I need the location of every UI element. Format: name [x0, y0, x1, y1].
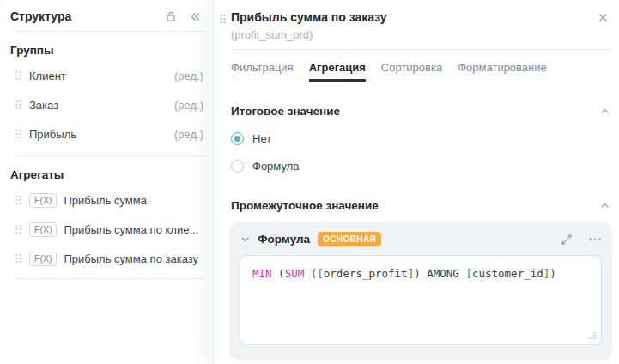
formula-card-header: Формула ОСНОВНАЯ	[240, 232, 602, 246]
aggregate-label: Прибыль сумма по клие...	[64, 223, 203, 236]
intermediate-value-section-header: Промежуточное значение	[231, 199, 610, 212]
formula-code: MIN (SUM ([orders_profit]) AMONG [custom…	[252, 267, 556, 280]
formula-badge: F(X)	[29, 252, 57, 266]
drag-handle-icon[interactable]	[15, 253, 21, 264]
formula-token: AMONG	[427, 267, 459, 280]
formula-badge: F(X)	[29, 193, 57, 208]
structure-panel-header: Структура	[0, 0, 213, 31]
formula-token: [	[317, 267, 324, 280]
formula-token: MIN	[252, 267, 272, 280]
drag-handle-icon[interactable]	[15, 195, 21, 205]
close-icon[interactable]	[598, 12, 609, 23]
aggregate-label: Прибыль сумма по заказу	[64, 252, 203, 265]
divider	[15, 31, 203, 32]
aggregates-list: F(X)Прибыль суммаF(X)Прибыль сумма по кл…	[0, 185, 213, 273]
aggregate-item[interactable]: F(X)Прибыль сумма по клие...	[0, 215, 213, 244]
total-value-heading: Итоговое значение	[231, 105, 340, 118]
radio-option[interactable]: Нет	[231, 132, 619, 145]
lock-icon[interactable]	[165, 10, 177, 22]
field-settings-panel: Прибыль сумма по заказу (profit_sum_ord)…	[213, 0, 619, 364]
group-label: Заказ	[29, 99, 167, 112]
formula-token: )	[549, 267, 556, 280]
expand-icon[interactable]	[561, 234, 573, 246]
panel-subtitle: (profit_sum_ord)	[231, 28, 588, 41]
radio-selected-icon[interactable]	[231, 132, 244, 145]
radio-label: Формула	[252, 160, 299, 173]
edit-link[interactable]: (ред.)	[174, 99, 203, 112]
group-item[interactable]: Клиент(ред.)	[0, 61, 213, 90]
panel-header: Прибыль сумма по заказу (profit_sum_ord)	[214, 0, 619, 49]
resize-grip-icon[interactable]	[587, 331, 597, 340]
drag-handle-icon[interactable]	[15, 70, 21, 81]
formula-card-title: Формула	[258, 233, 310, 246]
formula-token: )	[414, 267, 427, 280]
formula-token: (	[304, 267, 317, 280]
formula-token: SUM	[285, 267, 305, 280]
groups-list: Клиент(ред.)Заказ(ред.)Прибыль(ред.)	[0, 61, 213, 149]
formula-token: orders_profit	[324, 267, 408, 280]
chevron-down-icon[interactable]	[240, 234, 251, 245]
formula-badge: F(X)	[29, 222, 57, 237]
panel-title: Прибыль сумма по заказу	[231, 10, 588, 24]
aggregate-item[interactable]: F(X)Прибыль сумма	[0, 185, 213, 215]
intermediate-value-heading: Промежуточное значение	[231, 199, 379, 212]
drag-handle-icon[interactable]	[220, 14, 226, 24]
aggregates-heading: Агрегаты	[10, 168, 203, 181]
radio-unselected-icon[interactable]	[231, 160, 244, 173]
group-label: Клиент	[29, 70, 167, 82]
tab-inactive[interactable]: Форматирование	[458, 61, 547, 82]
structure-panel: Структура Группы Клиент(ред.)Заказ(ред.)…	[0, 0, 213, 364]
formula-token: customer_id	[472, 267, 543, 280]
chevron-up-icon[interactable]	[599, 106, 610, 117]
tab-bar: ФильтрацияАгрегацияСортировкаФорматирова…	[231, 50, 612, 82]
aggregate-label: Прибыль сумма	[64, 194, 203, 207]
formula-token: [	[465, 267, 472, 280]
group-item[interactable]: Прибыль(ред.)	[0, 119, 213, 149]
divider	[15, 278, 203, 279]
formula-card: Формула ОСНОВНАЯ MIN (SUM ([orders_profi…	[229, 222, 612, 360]
formula-token: (	[272, 267, 285, 280]
group-label: Прибыль	[29, 128, 167, 141]
chevron-up-icon[interactable]	[599, 200, 610, 211]
collapse-panel-icon[interactable]	[189, 11, 202, 22]
more-options-icon[interactable]	[588, 234, 602, 246]
total-value-options: НетФормула	[214, 132, 619, 173]
structure-panel-title: Структура	[10, 9, 153, 23]
divider	[15, 155, 203, 156]
tab-inactive[interactable]: Сортировка	[381, 61, 442, 82]
total-value-section-header: Итоговое значение	[231, 105, 610, 118]
radio-option[interactable]: Формула	[231, 160, 619, 173]
groups-heading: Группы	[10, 44, 203, 57]
aggregate-item[interactable]: F(X)Прибыль сумма по заказу	[0, 244, 213, 273]
edit-link[interactable]: (ред.)	[174, 70, 203, 82]
group-item[interactable]: Заказ(ред.)	[0, 90, 213, 119]
tab-inactive[interactable]: Фильтрация	[231, 61, 294, 82]
drag-handle-icon[interactable]	[15, 224, 21, 234]
radio-label: Нет	[252, 132, 271, 145]
drag-handle-icon[interactable]	[15, 100, 21, 110]
drag-handle-icon[interactable]	[15, 129, 21, 139]
main-badge: ОСНОВНАЯ	[318, 232, 381, 246]
tab-active[interactable]: Агрегация	[309, 61, 366, 82]
formula-editor[interactable]: MIN (SUM ([orders_profit]) AMONG [custom…	[240, 255, 602, 345]
edit-link[interactable]: (ред.)	[174, 128, 203, 141]
